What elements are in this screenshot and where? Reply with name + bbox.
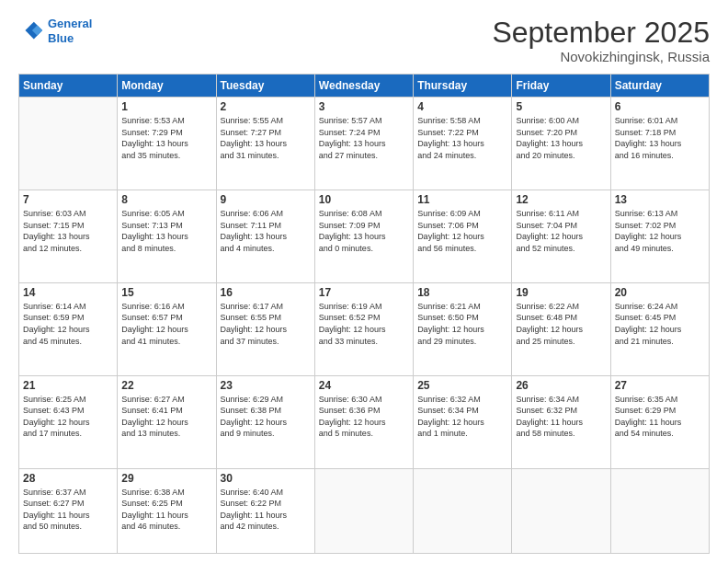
day-info: Sunrise: 6:22 AM Sunset: 6:48 PM Dayligh… — [516, 301, 606, 347]
day-info: Sunrise: 5:53 AM Sunset: 7:29 PM Dayligh… — [121, 115, 211, 161]
header: General Blue September 2025 Novokizhingi… — [18, 17, 710, 64]
day-info: Sunrise: 6:11 AM Sunset: 7:04 PM Dayligh… — [516, 208, 606, 254]
calendar-cell: 19Sunrise: 6:22 AM Sunset: 6:48 PM Dayli… — [512, 282, 610, 375]
day-info: Sunrise: 6:05 AM Sunset: 7:13 PM Dayligh… — [121, 208, 211, 254]
day-info: Sunrise: 6:13 AM Sunset: 7:02 PM Dayligh… — [615, 208, 705, 254]
calendar-cell: 28Sunrise: 6:37 AM Sunset: 6:27 PM Dayli… — [19, 468, 118, 554]
day-number: 17 — [319, 286, 409, 299]
day-number: 7 — [23, 193, 113, 206]
calendar-cell — [19, 98, 118, 190]
day-info: Sunrise: 6:40 AM Sunset: 6:22 PM Dayligh… — [221, 487, 311, 533]
day-number: 18 — [417, 286, 507, 299]
day-number: 12 — [516, 193, 606, 206]
day-info: Sunrise: 6:24 AM Sunset: 6:45 PM Dayligh… — [615, 301, 705, 347]
day-number: 5 — [516, 100, 606, 113]
calendar-cell: 18Sunrise: 6:21 AM Sunset: 6:50 PM Dayli… — [414, 282, 512, 375]
day-number: 14 — [23, 286, 113, 299]
calendar-cell — [610, 468, 709, 554]
day-info: Sunrise: 6:17 AM Sunset: 6:55 PM Dayligh… — [221, 301, 311, 347]
calendar-cell: 20Sunrise: 6:24 AM Sunset: 6:45 PM Dayli… — [610, 282, 709, 375]
calendar-cell: 12Sunrise: 6:11 AM Sunset: 7:04 PM Dayli… — [512, 190, 610, 283]
calendar-week-row: 14Sunrise: 6:14 AM Sunset: 6:59 PM Dayli… — [19, 282, 710, 375]
day-info: Sunrise: 6:21 AM Sunset: 6:50 PM Dayligh… — [417, 301, 507, 347]
day-info: Sunrise: 6:38 AM Sunset: 6:25 PM Dayligh… — [121, 487, 211, 533]
weekday-header-row: SundayMondayTuesdayWednesdayThursdayFrid… — [19, 75, 710, 98]
day-info: Sunrise: 6:29 AM Sunset: 6:38 PM Dayligh… — [221, 394, 311, 440]
day-number: 8 — [121, 193, 211, 206]
calendar-table: SundayMondayTuesdayWednesdayThursdayFrid… — [18, 74, 710, 554]
calendar-cell: 8Sunrise: 6:05 AM Sunset: 7:13 PM Daylig… — [118, 190, 216, 283]
weekday-header-thursday: Thursday — [414, 75, 512, 98]
day-info: Sunrise: 6:27 AM Sunset: 6:41 PM Dayligh… — [121, 394, 211, 440]
calendar-cell: 21Sunrise: 6:25 AM Sunset: 6:43 PM Dayli… — [19, 375, 118, 468]
calendar-cell — [512, 468, 610, 554]
calendar-cell: 13Sunrise: 6:13 AM Sunset: 7:02 PM Dayli… — [610, 190, 709, 283]
day-info: Sunrise: 6:08 AM Sunset: 7:09 PM Dayligh… — [319, 208, 409, 254]
day-info: Sunrise: 6:19 AM Sunset: 6:52 PM Dayligh… — [319, 301, 409, 347]
day-number: 2 — [221, 100, 311, 113]
calendar-cell: 5Sunrise: 6:00 AM Sunset: 7:20 PM Daylig… — [512, 98, 610, 190]
calendar-cell: 22Sunrise: 6:27 AM Sunset: 6:41 PM Dayli… — [118, 375, 216, 468]
calendar-cell: 24Sunrise: 6:30 AM Sunset: 6:36 PM Dayli… — [314, 375, 413, 468]
day-number: 21 — [23, 379, 113, 392]
day-number: 19 — [516, 286, 606, 299]
day-number: 3 — [319, 100, 409, 113]
calendar-cell: 25Sunrise: 6:32 AM Sunset: 6:34 PM Dayli… — [414, 375, 512, 468]
calendar-week-row: 28Sunrise: 6:37 AM Sunset: 6:27 PM Dayli… — [19, 468, 710, 554]
day-info: Sunrise: 6:30 AM Sunset: 6:36 PM Dayligh… — [319, 394, 409, 440]
day-number: 23 — [221, 379, 311, 392]
weekday-header-monday: Monday — [118, 75, 216, 98]
day-number: 28 — [23, 472, 113, 485]
calendar-cell: 6Sunrise: 6:01 AM Sunset: 7:18 PM Daylig… — [610, 98, 709, 190]
calendar-cell: 16Sunrise: 6:17 AM Sunset: 6:55 PM Dayli… — [216, 282, 314, 375]
day-info: Sunrise: 6:14 AM Sunset: 6:59 PM Dayligh… — [23, 301, 113, 347]
day-number: 22 — [121, 379, 211, 392]
calendar-cell: 9Sunrise: 6:06 AM Sunset: 7:11 PM Daylig… — [216, 190, 314, 283]
day-number: 27 — [615, 379, 705, 392]
calendar-cell: 7Sunrise: 6:03 AM Sunset: 7:15 PM Daylig… — [19, 190, 118, 283]
day-number: 10 — [319, 193, 409, 206]
calendar-cell: 15Sunrise: 6:16 AM Sunset: 6:57 PM Dayli… — [118, 282, 216, 375]
calendar-cell: 26Sunrise: 6:34 AM Sunset: 6:32 PM Dayli… — [512, 375, 610, 468]
calendar-cell: 14Sunrise: 6:14 AM Sunset: 6:59 PM Dayli… — [19, 282, 118, 375]
weekday-header-wednesday: Wednesday — [314, 75, 413, 98]
day-info: Sunrise: 6:06 AM Sunset: 7:11 PM Dayligh… — [221, 208, 311, 254]
calendar-cell: 30Sunrise: 6:40 AM Sunset: 6:22 PM Dayli… — [216, 468, 314, 554]
logo-line1: General — [48, 17, 92, 30]
calendar-cell: 2Sunrise: 5:55 AM Sunset: 7:27 PM Daylig… — [216, 98, 314, 190]
weekday-header-sunday: Sunday — [19, 75, 118, 98]
day-info: Sunrise: 6:03 AM Sunset: 7:15 PM Dayligh… — [23, 208, 113, 254]
logo-text: General Blue — [48, 17, 92, 45]
day-number: 25 — [417, 379, 507, 392]
day-number: 1 — [121, 100, 211, 113]
logo-line2: Blue — [48, 31, 74, 45]
day-number: 4 — [417, 100, 507, 113]
location: Novokizhinginsk, Russia — [492, 49, 710, 64]
day-number: 9 — [221, 193, 311, 206]
day-number: 13 — [615, 193, 705, 206]
day-info: Sunrise: 6:16 AM Sunset: 6:57 PM Dayligh… — [121, 301, 211, 347]
calendar-cell: 3Sunrise: 5:57 AM Sunset: 7:24 PM Daylig… — [314, 98, 413, 190]
calendar-week-row: 7Sunrise: 6:03 AM Sunset: 7:15 PM Daylig… — [19, 190, 710, 283]
page: General Blue September 2025 Novokizhingi… — [0, 0, 728, 563]
calendar-cell — [414, 468, 512, 554]
day-info: Sunrise: 6:01 AM Sunset: 7:18 PM Dayligh… — [615, 115, 705, 161]
month-title: September 2025 — [492, 17, 710, 49]
calendar-cell: 23Sunrise: 6:29 AM Sunset: 6:38 PM Dayli… — [216, 375, 314, 468]
weekday-header-saturday: Saturday — [610, 75, 709, 98]
day-info: Sunrise: 5:55 AM Sunset: 7:27 PM Dayligh… — [221, 115, 311, 161]
calendar-cell: 11Sunrise: 6:09 AM Sunset: 7:06 PM Dayli… — [414, 190, 512, 283]
day-info: Sunrise: 5:57 AM Sunset: 7:24 PM Dayligh… — [319, 115, 409, 161]
logo-icon — [18, 18, 44, 44]
calendar-cell: 29Sunrise: 6:38 AM Sunset: 6:25 PM Dayli… — [118, 468, 216, 554]
calendar-cell: 4Sunrise: 5:58 AM Sunset: 7:22 PM Daylig… — [414, 98, 512, 190]
calendar-cell: 17Sunrise: 6:19 AM Sunset: 6:52 PM Dayli… — [314, 282, 413, 375]
weekday-header-tuesday: Tuesday — [216, 75, 314, 98]
day-info: Sunrise: 5:58 AM Sunset: 7:22 PM Dayligh… — [417, 115, 507, 161]
day-number: 20 — [615, 286, 705, 299]
weekday-header-friday: Friday — [512, 75, 610, 98]
day-number: 6 — [615, 100, 705, 113]
calendar-cell — [314, 468, 413, 554]
day-number: 29 — [121, 472, 211, 485]
day-number: 30 — [221, 472, 311, 485]
